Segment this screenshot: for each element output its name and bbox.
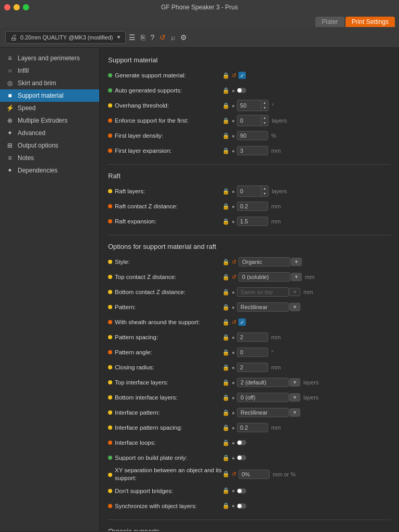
help-icon[interactable]: ? [150, 33, 154, 42]
lock-closing-radius[interactable]: 🔒 [222, 364, 230, 371]
dropdown-style-arrow[interactable]: ▼ [291, 258, 302, 266]
dropdown-interface-pattern-arrow[interactable]: ▼ [289, 408, 300, 417]
preset-selector[interactable]: 🖨 0.20mm QUALITY @MK3 (modified) ▼ [5, 31, 126, 44]
lock-icon[interactable]: 🔒 [222, 72, 230, 79]
param-label-raft-expansion: Raft expansion: [108, 218, 222, 224]
dropdown-bottom-interface-arrow[interactable]: ▼ [289, 393, 300, 402]
dropdown-pattern[interactable]: Rectilinear [237, 302, 289, 312]
toggle-generate-support[interactable]: ✓ [238, 72, 246, 79]
lock-sheath[interactable]: 🔒 [222, 319, 230, 326]
undo-style[interactable]: ↺ [232, 259, 236, 265]
spinner-down[interactable]: ▼ [261, 105, 268, 111]
input-xy-separation[interactable] [238, 470, 270, 479]
preset-dropdown-arrow[interactable]: ▼ [116, 34, 121, 40]
sidebar-item-support-material[interactable]: ■ Support material [0, 89, 99, 102]
spinner-enforce-up[interactable]: ▲ [261, 115, 268, 121]
input-pattern-angle[interactable] [237, 348, 268, 357]
bullet-5: ● [232, 133, 235, 139]
tab-plater[interactable]: Plater [315, 17, 344, 27]
param-support-build-plate: Support on build plate only: 🔒 ● [108, 451, 391, 464]
dropdown-top-contact-arrow[interactable]: ▼ [291, 273, 302, 281]
lock-icon-4[interactable]: 🔒 [222, 117, 230, 124]
undo-top-contact[interactable]: ↺ [232, 274, 236, 281]
lock-icon-3[interactable]: 🔒 [222, 102, 230, 109]
dropdown-bottom-interface[interactable]: 0 (off) [237, 393, 289, 402]
lock-icon-7[interactable]: 🔒 [222, 188, 230, 195]
sidebar-item-skirt-brim[interactable]: ◎ Skirt and brim [0, 77, 99, 89]
close-button[interactable] [4, 4, 10, 10]
sidebar-item-infill[interactable]: ○ Infill [0, 64, 99, 77]
dropdown-bottom-contact-arrow[interactable]: ▼ [289, 288, 300, 296]
lock-icon-8[interactable]: 🔒 [222, 203, 230, 210]
section-title-options: Options for support material and raft [108, 243, 391, 250]
undo-xy-separation[interactable]: ↺ [232, 471, 236, 477]
lock-interface-loops[interactable]: 🔒 [222, 440, 230, 446]
lock-interface-spacing[interactable]: 🔒 [222, 424, 230, 431]
spinner-raft-layers[interactable]: 0 ▲ ▼ [237, 185, 269, 197]
sidebar-item-multiple-extruders[interactable]: ⊕ Multiple Extruders [0, 114, 99, 127]
toggle-support-build[interactable] [237, 455, 246, 460]
undo-sheath[interactable]: ↺ [232, 319, 236, 326]
settings-icon[interactable]: ⚙ [180, 33, 187, 42]
reset-icon[interactable]: ↺ [159, 33, 166, 42]
input-raft-contact[interactable] [237, 202, 268, 211]
maximize-button[interactable] [23, 4, 29, 10]
spinner-overhang[interactable]: 50 ▲ ▼ [237, 100, 269, 111]
sidebar-item-speed[interactable]: ⚡ Speed [0, 102, 99, 114]
lock-dont-support[interactable]: 🔒 [222, 487, 230, 494]
param-label-density: First layer density: [108, 132, 222, 139]
sidebar-item-advanced[interactable]: ✦ Advanced [0, 127, 99, 139]
lock-bottom-interface[interactable]: 🔒 [222, 394, 230, 401]
lock-xy-separation[interactable]: 🔒 [222, 471, 230, 477]
sidebar-label-dependencies: Dependencies [18, 167, 58, 174]
input-expansion[interactable] [237, 146, 268, 155]
lock-pattern-spacing[interactable]: 🔒 [222, 334, 230, 341]
spinner-enforce[interactable]: 0 ▲ ▼ [237, 115, 269, 126]
undo-icon[interactable]: ↺ [232, 72, 236, 79]
input-closing-radius[interactable] [237, 363, 268, 372]
sidebar-item-notes[interactable]: ≡ Notes [0, 152, 99, 164]
input-density[interactable] [237, 131, 268, 140]
lock-synchronize[interactable]: 🔒 [222, 502, 230, 509]
spinner-raft-down[interactable]: ▼ [261, 191, 268, 196]
sidebar-item-dependencies[interactable]: ✦ Dependencies [0, 164, 99, 177]
dropdown-interface-pattern[interactable]: Rectilinear [237, 408, 289, 417]
dropdown-top-interface-arrow[interactable]: ▼ [289, 378, 300, 387]
toggle-synchronize[interactable] [237, 503, 246, 509]
input-raft-expansion[interactable] [237, 217, 268, 226]
sidebar-item-layers-perimeters[interactable]: ≡ Layers and perimeters [0, 52, 99, 64]
dropdown-bottom-contact[interactable]: Same as top [237, 287, 289, 297]
dropdown-style[interactable]: Organic [238, 257, 290, 267]
lock-top-interface[interactable]: 🔒 [222, 379, 230, 386]
lock-top-contact[interactable]: 🔒 [222, 274, 230, 281]
dropdown-top-interface[interactable]: 2 (default) [237, 378, 289, 387]
lock-support-build[interactable]: 🔒 [222, 455, 230, 461]
lock-interface-pattern[interactable]: 🔒 [222, 409, 230, 416]
lock-icon-5[interactable]: 🔒 [222, 132, 230, 139]
lock-pattern-angle[interactable]: 🔒 [222, 349, 230, 356]
copy-icon[interactable]: ⎘ [141, 33, 145, 42]
lock-icon-2[interactable]: 🔒 [222, 87, 230, 94]
minimize-button[interactable] [14, 4, 20, 10]
lock-style[interactable]: 🔒 [222, 259, 230, 265]
toggle-auto-generated[interactable] [237, 88, 246, 93]
input-pattern-spacing[interactable] [237, 332, 268, 342]
controls-enforce: 🔒 ● 0 ▲ ▼ layers [222, 115, 391, 126]
tab-print-settings[interactable]: Print Settings [345, 17, 395, 27]
sidebar-item-output-options[interactable]: ⊞ Output options [0, 139, 99, 152]
dropdown-pattern-arrow[interactable]: ▼ [289, 303, 300, 311]
toggle-interface-loops[interactable] [237, 440, 246, 445]
input-interface-spacing[interactable] [237, 423, 268, 432]
lock-icon-6[interactable]: 🔒 [222, 148, 230, 154]
spinner-enforce-down[interactable]: ▼ [261, 121, 268, 126]
lock-pattern[interactable]: 🔒 [222, 304, 230, 311]
lock-icon-9[interactable]: 🔒 [222, 218, 230, 225]
toggle-sheath[interactable]: ✓ [238, 318, 246, 326]
dropdown-top-contact[interactable]: 0 (soluble) [238, 272, 290, 282]
spinner-raft-up[interactable]: ▲ [261, 186, 268, 191]
search-icon[interactable]: ⌕ [171, 33, 175, 42]
spinner-up[interactable]: ▲ [261, 100, 268, 105]
toggle-dont-support[interactable] [237, 488, 246, 494]
lock-bottom-contact[interactable]: 🔒 [222, 289, 230, 296]
list-icon[interactable]: ☰ [129, 33, 136, 42]
